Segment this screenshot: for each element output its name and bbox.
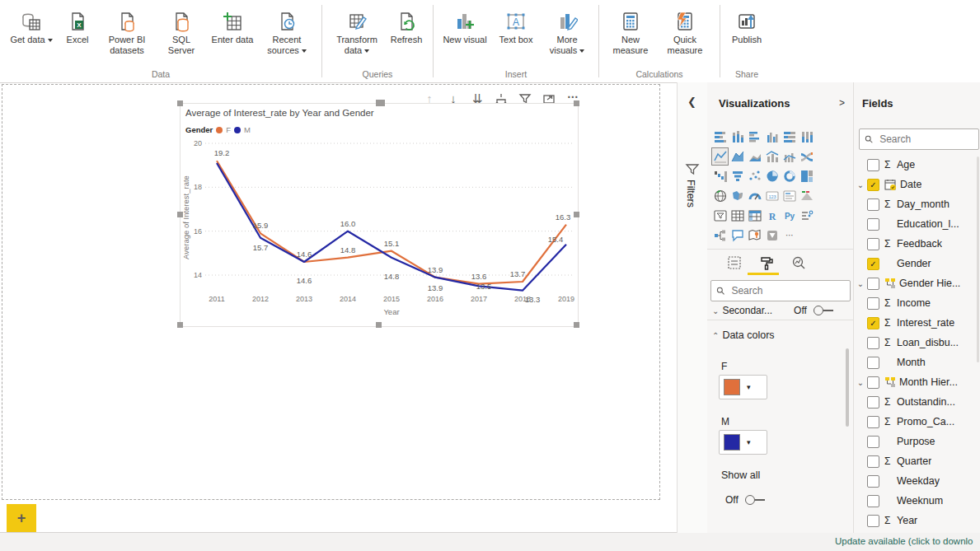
visual-type-line[interactable]: [711, 147, 729, 166]
ribbon-button-quick-measure[interactable]: Quick measure: [659, 3, 711, 56]
visual-type-qna[interactable]: [729, 226, 746, 245]
visual-resize-handle[interactable]: [574, 100, 579, 106]
visual-type-power-automate[interactable]: [763, 226, 781, 245]
field-checkbox[interactable]: ✓: [867, 258, 879, 270]
visual-type-card[interactable]: 123: [763, 187, 781, 205]
field-checkbox[interactable]: [867, 159, 879, 171]
collapse-visualizations-chevron[interactable]: >: [839, 97, 845, 109]
visual-type-gauge[interactable]: [746, 187, 763, 205]
visual-type-stacked-bar-100[interactable]: [781, 128, 798, 146]
ribbon-button-transform-data[interactable]: Transform data: [331, 3, 383, 56]
field-row-age[interactable]: ΣAge: [854, 155, 980, 175]
field-checkbox[interactable]: [867, 218, 879, 231]
show-all-toggle[interactable]: [745, 495, 765, 505]
visual-type-clustered-column[interactable]: [763, 128, 781, 146]
visual-resize-handle[interactable]: [574, 212, 579, 217]
ribbon-button-publish[interactable]: Publish: [729, 3, 765, 45]
visual-type-multi-row-card[interactable]: [781, 187, 798, 205]
visual-type-filled-map[interactable]: [729, 187, 746, 205]
visual-type-area[interactable]: [729, 147, 746, 166]
field-checkbox[interactable]: [867, 396, 879, 409]
visual-resize-handle[interactable]: [376, 322, 382, 328]
scrollbar[interactable]: [977, 156, 979, 362]
ribbon-button-more-visuals[interactable]: More visuals: [544, 3, 590, 56]
visual-type-python-visual[interactable]: Py: [781, 207, 798, 225]
tab-format[interactable]: [757, 254, 776, 272]
visual-type-funnel[interactable]: [729, 167, 746, 185]
visual-type-pie[interactable]: [763, 167, 781, 185]
field-row-feedback[interactable]: ΣFeedback: [854, 234, 980, 254]
field-checkbox[interactable]: [867, 416, 879, 428]
visual-type-scatter[interactable]: [746, 167, 763, 185]
field-row-year[interactable]: ΣYear: [854, 511, 980, 530]
visual-type-waterfall[interactable]: [711, 167, 729, 185]
field-row-purpose[interactable]: Purpose: [854, 432, 980, 451]
field-checkbox[interactable]: ✓: [867, 317, 879, 329]
field-checkbox[interactable]: [867, 198, 879, 211]
field-row-income[interactable]: ΣIncome: [854, 293, 980, 313]
visual-type-table[interactable]: [729, 207, 746, 225]
field-checkbox[interactable]: [867, 475, 879, 488]
visual-resize-handle[interactable]: [574, 322, 579, 328]
ribbon-button-get-data[interactable]: Get data: [8, 3, 54, 45]
chevron-down-icon[interactable]: ⌄: [854, 279, 867, 288]
field-row-interest-rate[interactable]: ✓ΣInterest_rate: [854, 313, 980, 333]
visual-type-decomposition-tree[interactable]: [711, 226, 729, 245]
visual-type-stacked-bar[interactable]: [711, 128, 729, 146]
visual-type-arcgis-map[interactable]: [746, 226, 763, 245]
data-color-picker-f[interactable]: ▾: [719, 375, 767, 399]
ribbon-button-new-visual[interactable]: New visual: [442, 3, 488, 45]
field-row-gender-hie[interactable]: ⌄Gender Hie...: [854, 273, 980, 293]
visual-type-treemap[interactable]: [798, 167, 815, 185]
fields-search-input[interactable]: [878, 133, 973, 146]
ribbon-button-enter-data[interactable]: Enter data: [209, 3, 256, 45]
field-row-weekday[interactable]: Weekday: [854, 471, 980, 491]
field-row-outstandin[interactable]: ΣOutstandin...: [854, 392, 980, 412]
field-row-education-l[interactable]: Education_l...: [854, 214, 980, 234]
data-color-picker-m[interactable]: ▾: [719, 430, 767, 455]
field-row-weeknum[interactable]: Weeknum: [854, 491, 980, 511]
visual-resize-handle[interactable]: [177, 212, 183, 217]
ribbon-button-new-measure[interactable]: New measure: [607, 3, 654, 56]
ribbon-button-power-bi-datasets[interactable]: Power BI datasets: [101, 3, 153, 56]
field-row-promo-ca[interactable]: ΣPromo_Ca...: [854, 412, 980, 432]
field-checkbox[interactable]: [867, 376, 879, 389]
visual-type-key-influencers[interactable]: [798, 207, 815, 225]
visual-type-slicer[interactable]: [711, 207, 729, 225]
visual-type-matrix[interactable]: [746, 207, 763, 225]
tab-analytics[interactable]: [790, 254, 808, 272]
field-checkbox[interactable]: [867, 436, 879, 448]
visual-type-map[interactable]: [711, 187, 729, 205]
visual-type-clustered-bar[interactable]: [746, 128, 763, 146]
field-checkbox[interactable]: [867, 495, 879, 507]
ribbon-button-sql-server[interactable]: SQL Server: [158, 3, 204, 56]
field-row-month-hier[interactable]: ⌄Month Hier...: [854, 372, 980, 392]
field-row-date[interactable]: ⌄✓Date: [854, 175, 980, 194]
visual-resize-handle[interactable]: [177, 100, 183, 106]
data-colors-header[interactable]: ⌃ Data colors: [712, 329, 775, 341]
ribbon-button-excel[interactable]: XExcel: [59, 3, 96, 45]
visual-type-line-clustered-column[interactable]: [781, 147, 798, 166]
visual-type-stacked-column-100[interactable]: [798, 128, 815, 146]
visual-type-stacked-area[interactable]: [746, 147, 763, 166]
format-search-input[interactable]: [729, 284, 845, 297]
visual-type-stacked-column[interactable]: [729, 128, 746, 146]
secondary-axis-toggle[interactable]: [814, 306, 833, 315]
field-checkbox[interactable]: [867, 357, 879, 369]
visual-type-kpi[interactable]: [798, 187, 815, 205]
field-checkbox[interactable]: [867, 337, 879, 349]
field-checkbox[interactable]: [867, 238, 879, 250]
ribbon-button-refresh[interactable]: Refresh: [388, 3, 424, 45]
new-page-button[interactable]: +: [7, 504, 36, 532]
ribbon-button-text-box[interactable]: AText box: [493, 3, 539, 45]
field-row-quarter[interactable]: ΣQuarter: [854, 451, 980, 471]
line-chart-visual[interactable]: Average of Interest_rate by Year and Gen…: [180, 103, 579, 327]
field-row-gender[interactable]: ✓Gender: [854, 254, 980, 273]
visual-resize-handle[interactable]: [376, 100, 385, 106]
field-checkbox[interactable]: [867, 278, 879, 290]
visual-type-donut[interactable]: [781, 167, 798, 185]
ribbon-button-recent-sources[interactable]: Recent sources: [260, 3, 313, 56]
field-checkbox[interactable]: [867, 515, 879, 527]
visual-resize-handle[interactable]: [177, 322, 183, 328]
tab-fields[interactable]: [725, 254, 743, 272]
